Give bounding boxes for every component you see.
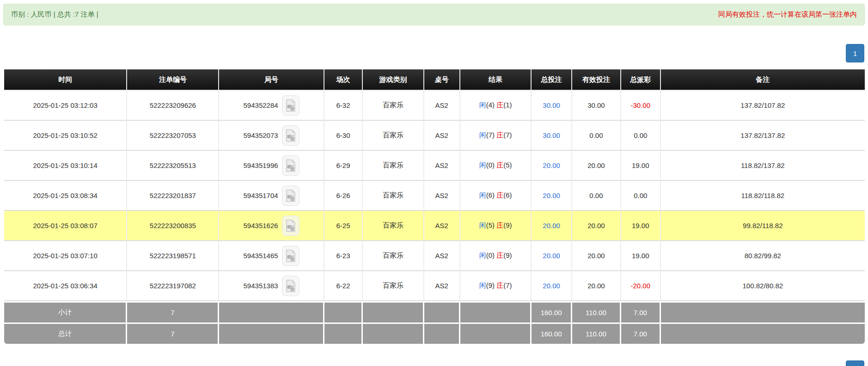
video-replay-button[interactable] (282, 216, 300, 236)
cell-valid-bet: 20.00 (572, 241, 621, 271)
video-replay-icon (285, 129, 296, 142)
result-player-label: 闲 (479, 191, 486, 199)
cell-time: 2025-01-25 03:08:34 (4, 181, 127, 211)
result-banker-label: 庄 (496, 221, 503, 229)
result-banker-label: 庄 (496, 251, 503, 259)
result-player-score: (6) (486, 191, 495, 199)
cell-valid-bet: 20.00 (572, 271, 621, 301)
cell-game-type: 百家乐 (363, 151, 424, 181)
round-id-text: 594351465 (244, 252, 278, 260)
cell-result: 闲(4) 庄(1) (460, 91, 532, 121)
cell-result: 闲(0) 庄(5) (460, 151, 532, 181)
video-replay-button[interactable] (282, 276, 300, 296)
pagination-page-1-top[interactable]: 1 (846, 44, 864, 62)
cell-bet-id: 522223197082 (127, 271, 219, 301)
round-id-text: 594351626 (244, 222, 278, 230)
cell-result: 闲(6) 庄(6) (460, 181, 532, 211)
cell-payout: -30.00 (621, 91, 661, 121)
column-header-game-type: 游戏类别 (363, 69, 424, 91)
video-replay-button[interactable] (282, 186, 300, 206)
result-banker-score: (5) (503, 161, 512, 169)
column-header-total-bet: 总投注 (532, 69, 572, 91)
cell-session: 6-25 (324, 211, 363, 241)
table-row: 2025-01-25 03:08:07 522223200835 5943516… (4, 211, 865, 241)
result-banker-label: 庄 (496, 191, 503, 199)
video-replay-button[interactable] (282, 155, 300, 176)
cell-payout: 19.00 (621, 211, 661, 241)
cell-remark: 99.82/118.82 (661, 211, 865, 241)
result-player-score: (9) (486, 281, 495, 289)
subtotal-payout: 7.00 (621, 301, 661, 323)
cell-result: 闲(7) 庄(7) (460, 121, 532, 151)
result-player-label: 闲 (479, 161, 486, 169)
table-row: 2025-01-25 03:08:34 522223201837 5943517… (4, 181, 865, 211)
result-banker-score: (7) (503, 281, 512, 289)
cell-bet-id: 522223198571 (127, 241, 219, 271)
cell-remark: 137.82/137.82 (661, 121, 865, 151)
pagination-page-1-bottom[interactable]: 1 (846, 360, 864, 366)
cell-time: 2025-01-25 03:07:10 (4, 241, 127, 271)
cell-table-id: AS2 (424, 271, 460, 301)
valid-bet-notice-text: 同局有效投注，统一计算在该局第一张注单内 (718, 10, 857, 19)
cell-total-bet: 30.00 (532, 121, 572, 151)
round-id-text: 594351704 (244, 192, 278, 199)
video-replay-button[interactable] (282, 95, 300, 116)
table-row: 2025-01-25 03:10:52 522223207053 5943520… (4, 121, 865, 151)
video-replay-button[interactable] (282, 246, 300, 266)
cell-remark: 80.82/99.82 (661, 241, 865, 271)
cell-bet-id: 522223205513 (127, 151, 219, 181)
table-row: 2025-01-25 03:06:34 522223197082 5943513… (4, 271, 865, 301)
cell-time: 2025-01-25 03:12:03 (4, 91, 127, 121)
total-payout: 7.00 (621, 323, 661, 344)
result-player-score: (7) (486, 131, 495, 139)
cell-round-id: 594351996 (219, 151, 324, 181)
cell-game-type: 百家乐 (363, 91, 424, 121)
result-player-score: (0) (486, 251, 495, 259)
cell-session: 6-22 (324, 271, 363, 301)
cell-remark: 137.82/107.82 (661, 91, 865, 121)
round-id-text: 594352073 (244, 131, 278, 139)
result-player-label: 闲 (479, 101, 486, 109)
round-id-text: 594351383 (244, 282, 278, 290)
cell-total-bet: 20.00 (532, 151, 572, 181)
video-replay-icon (285, 279, 296, 292)
column-header-round-id: 局号 (219, 69, 324, 91)
cell-total-bet: 30.00 (532, 91, 572, 121)
result-banker-label: 庄 (496, 131, 503, 139)
result-player-label: 闲 (479, 131, 486, 139)
cell-table-id: AS2 (424, 91, 460, 121)
cell-session: 6-23 (324, 241, 363, 271)
cell-round-id: 594351626 (219, 211, 324, 241)
table-row: 2025-01-25 03:12:03 522223209626 5943522… (4, 91, 865, 121)
cell-total-bet: 20.00 (532, 211, 572, 241)
cell-total-bet: 20.00 (532, 181, 572, 211)
result-player-score: (4) (486, 101, 495, 109)
cell-payout: 19.00 (621, 151, 661, 181)
result-banker-score: (9) (503, 221, 512, 229)
cell-remark: 118.82/137.82 (661, 151, 865, 181)
result-banker-label: 庄 (496, 161, 503, 169)
video-replay-icon (285, 189, 296, 202)
cell-round-id: 594352284 (219, 91, 324, 121)
video-replay-button[interactable] (282, 125, 300, 146)
result-banker-score: (6) (503, 191, 512, 199)
cell-bet-id: 522223201837 (127, 181, 219, 211)
column-header-time: 时间 (4, 69, 127, 91)
result-banker-score: (9) (503, 251, 512, 259)
cell-bet-id: 522223200835 (127, 211, 219, 241)
column-header-payout: 总派彩 (621, 69, 661, 91)
cell-result: 闲(0) 庄(9) (460, 241, 532, 271)
summary-bar: 币别 : 人民币 | 总共 :7 注单 | 同局有效投注，统一计算在该局第一张注… (3, 4, 865, 25)
subtotal-valid-bet: 110.00 (572, 301, 621, 323)
cell-bet-id: 522223209626 (127, 91, 219, 121)
cell-session: 6-26 (324, 181, 363, 211)
cell-game-type: 百家乐 (363, 181, 424, 211)
subtotal-label: 小计 (4, 301, 127, 323)
cell-payout: 19.00 (621, 241, 661, 271)
total-total-bet: 160.00 (532, 323, 572, 344)
cell-game-type: 百家乐 (363, 241, 424, 271)
cell-valid-bet: 20.00 (572, 211, 621, 241)
column-header-valid-bet: 有效投注 (572, 69, 621, 91)
total-label: 总计 (4, 323, 127, 344)
cell-round-id: 594351704 (219, 181, 324, 211)
